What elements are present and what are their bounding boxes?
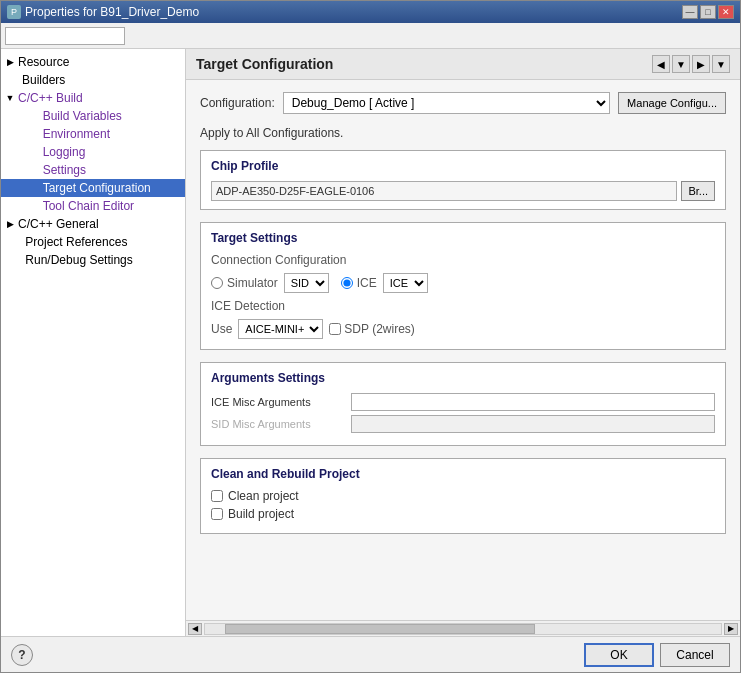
clean-row: Clean project [211,489,715,503]
help-button[interactable]: ? [11,644,33,666]
target-settings-title: Target Settings [211,231,715,245]
ice-radio-group: ICE [341,276,377,290]
chip-profile-section: Chip Profile Br... [200,150,726,210]
ice-detection-label: ICE Detection [211,299,285,313]
manage-config-button[interactable]: Manage Configu... [618,92,726,114]
minimize-button[interactable]: — [682,5,698,19]
close-button[interactable]: ✕ [718,5,734,19]
sidebar-item-tool-chain-editor[interactable]: Tool Chain Editor [1,197,185,215]
simulator-radio-group: Simulator [211,276,278,290]
title-bar-left: P Properties for B91_Driver_Demo [7,5,199,19]
nav-back-dropdown[interactable]: ▼ [672,55,690,73]
main-toolbar [1,23,740,49]
sdp-row: SDP (2wires) [329,322,414,336]
ice-radio[interactable] [341,277,353,289]
sidebar-item-build-variables[interactable]: Build Variables [1,107,185,125]
tree-indent2c [33,145,40,159]
tree-indent2e [33,181,40,195]
sidebar-item-target-configuration[interactable]: Target Configuration [1,179,185,197]
sidebar-item-logging[interactable]: Logging [1,143,185,161]
target-settings-section: Target Settings Connection Configuration… [200,222,726,350]
connection-config-label: Connection Configuration [211,253,715,267]
right-panel: Target Configuration ◀ ▼ ▶ ▼ Configurati… [186,49,740,636]
browse-button[interactable]: Br... [681,181,715,201]
tree-arrow-gen: ▶ [5,219,15,229]
ice-use-label: Use [211,322,232,336]
bottom-buttons: OK Cancel [584,643,730,667]
build-row: Build project [211,507,715,521]
scrollbar-left-btn[interactable]: ◀ [188,623,202,635]
sidebar-item-run-debug[interactable]: Run/Debug Settings [1,251,185,269]
ice-label: ICE [357,276,377,290]
nav-back-button[interactable]: ◀ [652,55,670,73]
sidebar-item-ccpp-general[interactable]: ▶ C/C++ General [1,215,185,233]
ice-use-row: Use AICE-MINI+ SDP (2wires) [211,319,715,339]
sid-misc-label: SID Misc Arguments [211,418,351,430]
ice-misc-input[interactable] [351,393,715,411]
tree-indent1a [19,235,22,249]
scrollbar-thumb [225,624,535,634]
sidebar-item-resource[interactable]: ▶ Resource [1,53,185,71]
sdp-checkbox[interactable] [329,323,341,335]
panel-title: Target Configuration [196,56,333,72]
cancel-button[interactable]: Cancel [660,643,730,667]
sidebar-item-environment[interactable]: Environment [1,125,185,143]
ice-detection-row: ICE Detection [211,299,715,313]
horizontal-scrollbar[interactable]: ◀ ▶ [186,620,740,636]
content-area: ▶ Resource Builders ▼ C/C++ Build Build … [1,49,740,636]
scrollbar-right-btn[interactable]: ▶ [724,623,738,635]
panel-header: Target Configuration ◀ ▼ ▶ ▼ [186,49,740,80]
connection-row: Simulator SID ICE ICE [211,273,715,293]
tree-indent1b [19,253,22,267]
config-row: Configuration: Debug_Demo [ Active ] Man… [200,92,726,114]
config-label: Configuration: [200,96,275,110]
simulator-radio[interactable] [211,277,223,289]
left-panel: ▶ Resource Builders ▼ C/C++ Build Build … [1,49,186,636]
build-label: Build project [228,507,294,521]
tree-indent2b [33,127,40,141]
nav-forward-button[interactable]: ▶ [692,55,710,73]
build-checkbox[interactable] [211,508,223,520]
rebuild-title: Clean and Rebuild Project [211,467,715,481]
panel-body: Configuration: Debug_Demo [ Active ] Man… [186,80,740,620]
title-bar-controls: — □ ✕ [682,5,734,19]
chip-profile-title: Chip Profile [211,159,715,173]
sidebar-item-ccpp-build[interactable]: ▼ C/C++ Build [1,89,185,107]
nav-arrows: ◀ ▼ ▶ ▼ [652,55,730,73]
clean-label: Clean project [228,489,299,503]
main-window: P Properties for B91_Driver_Demo — □ ✕ ▶… [0,0,741,673]
simulator-select[interactable]: SID [284,273,329,293]
clean-checkbox[interactable] [211,490,223,502]
simulator-label: Simulator [227,276,278,290]
window-icon: P [7,5,21,19]
search-input[interactable] [5,27,125,45]
config-select[interactable]: Debug_Demo [ Active ] [283,92,610,114]
sid-misc-input [351,415,715,433]
aice-select[interactable]: AICE-MINI+ [238,319,323,339]
ice-misc-label: ICE Misc Arguments [211,396,351,408]
chip-input-row: Br... [211,181,715,201]
sdp-label: SDP (2wires) [344,322,414,336]
args-settings-title: Arguments Settings [211,371,715,385]
scrollbar-track[interactable] [204,623,722,635]
ice-select[interactable]: ICE [383,273,428,293]
chip-profile-input[interactable] [211,181,677,201]
tree-arrow-build: ▼ [5,93,15,103]
tree-indent2f [33,199,40,213]
sidebar-item-builders[interactable]: Builders [1,71,185,89]
nav-forward-dropdown[interactable]: ▼ [712,55,730,73]
ok-button[interactable]: OK [584,643,654,667]
tree-indent2 [33,109,40,123]
sidebar-item-settings[interactable]: Settings [1,161,185,179]
maximize-button[interactable]: □ [700,5,716,19]
ice-misc-row: ICE Misc Arguments [211,393,715,411]
title-bar: P Properties for B91_Driver_Demo — □ ✕ [1,1,740,23]
window-title: Properties for B91_Driver_Demo [25,5,199,19]
bottom-bar: ? OK Cancel [1,636,740,672]
tree-indent2d [33,163,40,177]
tree-arrow: ▶ [5,57,15,67]
sidebar-item-project-references[interactable]: Project References [1,233,185,251]
apply-text: Apply to All Configurations. [200,126,726,140]
rebuild-section: Clean and Rebuild Project Clean project … [200,458,726,534]
sid-misc-row: SID Misc Arguments [211,415,715,433]
